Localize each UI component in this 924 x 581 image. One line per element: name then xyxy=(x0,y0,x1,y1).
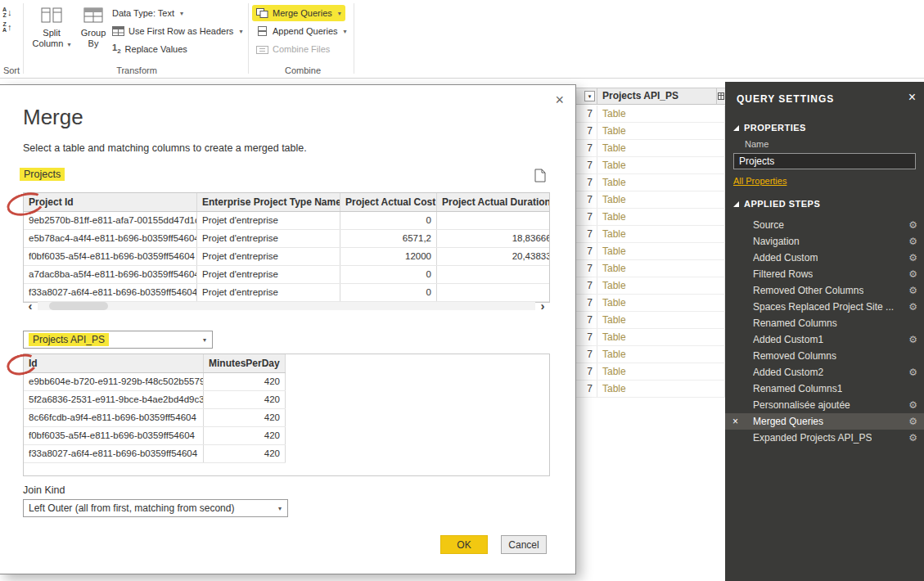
preview-row[interactable]: 7Table xyxy=(575,243,725,260)
applied-step[interactable]: Personnalisée ajoutée⚙ xyxy=(725,397,924,413)
table-link[interactable]: Table xyxy=(597,277,725,294)
column-selector-icon[interactable] xyxy=(534,169,546,186)
applied-step[interactable]: Renamed Columns1 xyxy=(725,381,924,397)
preview-row[interactable]: 7Table xyxy=(575,123,725,140)
applied-step[interactable]: Filtered Rows⚙ xyxy=(725,266,924,282)
preview-row[interactable]: 7Table xyxy=(575,260,725,277)
table-link[interactable]: Table xyxy=(597,191,725,208)
combine-files-button[interactable]: Combine Files xyxy=(252,41,334,57)
preview-row[interactable]: 7Table xyxy=(575,174,725,191)
table-row[interactable]: e5b78ac4-a4f4-e811-b696-b0359ff54604Proj… xyxy=(24,230,550,248)
table-link[interactable]: Table xyxy=(597,226,725,242)
preview-row[interactable]: 7Table xyxy=(575,295,725,312)
table-link[interactable]: Table xyxy=(597,140,725,156)
table-link[interactable]: Table xyxy=(597,363,725,380)
use-first-row-as-headers-button[interactable]: Use First Row as Headers▾ xyxy=(108,23,246,39)
preview-row[interactable]: 7Table xyxy=(575,346,725,363)
scroll-right-icon[interactable]: › xyxy=(535,300,550,312)
delete-step-icon[interactable]: × xyxy=(732,413,738,430)
step-settings-gear-icon[interactable]: ⚙ xyxy=(908,217,917,233)
table-link[interactable]: Table xyxy=(597,123,725,139)
scrollbar-track[interactable] xyxy=(38,302,535,310)
table-row[interactable]: 5f2a6836-2531-e911-9bce-b4ae2bd4d9c3420 xyxy=(24,391,286,409)
step-settings-gear-icon[interactable]: ⚙ xyxy=(908,331,917,348)
table-link[interactable]: Table xyxy=(597,312,725,328)
applied-step[interactable]: Added Custom1⚙ xyxy=(725,331,924,348)
table-link[interactable]: Table xyxy=(597,174,725,191)
step-settings-gear-icon[interactable]: ⚙ xyxy=(908,282,917,299)
applied-step[interactable]: Removed Other Columns⚙ xyxy=(725,282,924,299)
table-link[interactable]: Table xyxy=(597,243,725,259)
all-properties-link[interactable]: All Properties xyxy=(733,176,787,186)
step-settings-gear-icon[interactable]: ⚙ xyxy=(908,430,917,446)
applied-step[interactable]: Expanded Projects API_PS⚙ xyxy=(725,430,924,446)
applied-steps-section-header[interactable]: APPLIED STEPS xyxy=(725,199,924,212)
horizontal-scrollbar[interactable]: ‹ › xyxy=(23,300,550,312)
table-link[interactable]: Table xyxy=(597,329,725,345)
second-table-dropdown[interactable]: Projects API_PS ▾ xyxy=(23,331,213,349)
applied-step[interactable]: Renamed Columns xyxy=(725,315,924,331)
properties-section-header[interactable]: PROPERTIES xyxy=(725,123,924,136)
data-type-button[interactable]: Data Type: Text▾ xyxy=(108,5,187,21)
column-header-project-actual-cost[interactable]: Project Actual Cost xyxy=(340,193,437,211)
partial-column-header[interactable]: ▾ xyxy=(575,88,597,104)
column-header-enterprise-project-type-name[interactable]: Enterprise Project Type Name xyxy=(197,193,340,211)
applied-step[interactable]: Removed Columns xyxy=(725,348,924,364)
applied-step[interactable]: Spaces Replaced Project Site ...⚙ xyxy=(725,299,924,315)
table-link[interactable]: Table xyxy=(597,346,725,363)
table-link[interactable]: Table xyxy=(597,260,725,277)
applied-step[interactable]: Navigation⚙ xyxy=(725,233,924,250)
table-link[interactable]: Table xyxy=(597,295,725,311)
cancel-button[interactable]: Cancel xyxy=(501,535,547,554)
sort-descending-icon[interactable]: ZA↑ xyxy=(2,21,12,33)
preview-row[interactable]: 7Table xyxy=(575,277,725,295)
table-link[interactable]: Table xyxy=(597,209,725,225)
sort-ascending-icon[interactable]: AZ↓ xyxy=(2,7,12,18)
table-row[interactable]: f0bf6035-a5f4-e811-b696-b0359ff54604Proj… xyxy=(24,248,550,266)
preview-row[interactable]: 7Table xyxy=(575,381,725,398)
applied-step[interactable]: Added Custom⚙ xyxy=(725,250,924,266)
preview-row[interactable]: 7Table xyxy=(575,140,725,157)
table-link[interactable]: Table xyxy=(597,106,725,122)
step-settings-gear-icon[interactable]: ⚙ xyxy=(908,233,917,250)
table-link[interactable]: Table xyxy=(597,157,725,173)
table-row[interactable]: e9bb604e-b720-e911-929b-f48c502b5579420 xyxy=(24,373,286,391)
scrollbar-thumb[interactable] xyxy=(49,302,108,310)
table-row[interactable]: 8c66fcdb-a9f4-e811-b696-b0359ff54604420 xyxy=(24,409,286,427)
applied-step[interactable]: Added Custom2⚙ xyxy=(725,364,924,381)
query-name-input[interactable] xyxy=(733,153,916,169)
column-header-id[interactable]: Id xyxy=(24,354,204,372)
applied-step[interactable]: Source⚙ xyxy=(725,217,924,233)
group-by-button[interactable]: Group By xyxy=(77,6,110,49)
preview-row[interactable]: 7Table xyxy=(575,191,725,209)
preview-row[interactable]: 7Table xyxy=(575,106,725,123)
preview-row[interactable]: 7Table xyxy=(575,157,725,174)
column-header-project-id[interactable]: Project Id xyxy=(24,193,197,211)
merge-queries-button[interactable]: Merge Queries▾ xyxy=(252,5,345,21)
scroll-left-icon[interactable]: ‹ xyxy=(23,300,38,312)
table-row[interactable]: f0bf6035-a5f4-e811-b696-b0359ff54604420 xyxy=(24,427,286,445)
preview-row[interactable]: 7Table xyxy=(575,312,725,329)
applied-step[interactable]: ×Merged Queries⚙ xyxy=(725,413,924,430)
join-kind-dropdown[interactable]: Left Outer (all from first, matching fro… xyxy=(23,499,288,517)
append-queries-button[interactable]: Append Queries▾ xyxy=(252,23,351,39)
ok-button[interactable]: OK xyxy=(440,535,488,554)
split-column-button[interactable]: Split Column ▾ xyxy=(29,6,74,50)
replace-values-button[interactable]: 12 Replace Values xyxy=(108,41,192,57)
table-link[interactable]: Table xyxy=(597,381,725,397)
column-header-minutes-per-day[interactable]: MinutesPerDay xyxy=(204,354,286,372)
preview-row[interactable]: 7Table xyxy=(575,363,725,381)
preview-row[interactable]: 7Table xyxy=(575,329,725,346)
next-column-partial-header[interactable] xyxy=(717,88,725,104)
table-row[interactable]: 9eb2570b-81ff-e811-afa7-00155dd47d1dProj… xyxy=(24,212,550,230)
table-row[interactable]: a7dac8ba-a5f4-e811-b696-b0359ff54604Proj… xyxy=(24,266,550,284)
preview-row[interactable]: 7Table xyxy=(575,226,725,243)
step-settings-gear-icon[interactable]: ⚙ xyxy=(908,250,917,266)
close-panel-icon[interactable]: × xyxy=(908,90,916,105)
step-settings-gear-icon[interactable]: ⚙ xyxy=(908,266,917,282)
close-dialog-icon[interactable]: × xyxy=(555,92,564,109)
step-settings-gear-icon[interactable]: ⚙ xyxy=(908,299,917,315)
column-header-project-actual-duration[interactable]: Project Actual Duration xyxy=(437,193,550,211)
filter-dropdown-icon[interactable]: ▾ xyxy=(584,91,595,101)
table-row[interactable]: f33a8027-a6f4-e811-b696-b0359ff54604420 xyxy=(24,445,286,463)
